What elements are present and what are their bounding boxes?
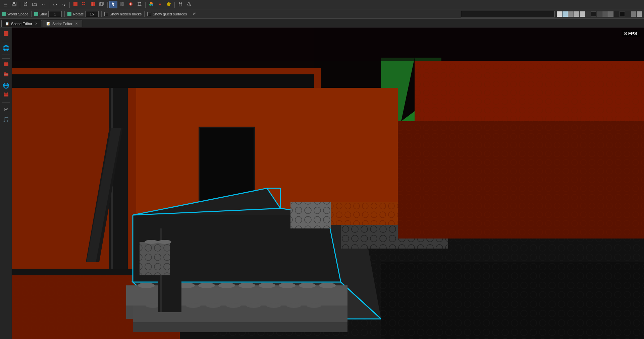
search-input[interactable] — [461, 11, 555, 17]
color-swatch-light-mid[interactable] — [637, 11, 642, 17]
sidebar-sep-2 — [2, 55, 10, 55]
svg-point-91 — [218, 283, 235, 288]
select-red-button[interactable] — [71, 1, 79, 8]
color-swatch-very-dark[interactable] — [591, 11, 596, 17]
color-swatch-light-silver[interactable] — [580, 11, 585, 17]
color-swatch-slate[interactable] — [602, 11, 608, 17]
svg-rect-98 — [133, 322, 347, 332]
color-swatch-dark-gray[interactable] — [585, 11, 591, 17]
color-swatch-silver[interactable] — [574, 11, 579, 17]
show-hidden-checkbox[interactable] — [104, 12, 108, 16]
fps-value: 8 FPS — [624, 31, 637, 36]
script-editor-tab-close[interactable]: ✕ — [74, 22, 78, 26]
paint-rotate-icon — [128, 2, 133, 7]
svg-rect-7 — [82, 2, 84, 3]
svg-point-92 — [238, 283, 255, 288]
svg-point-105 — [266, 303, 281, 308]
color-swatch-medium-gray[interactable] — [568, 11, 574, 17]
svg-rect-126 — [12, 27, 644, 61]
clone-button[interactable] — [98, 1, 106, 8]
color-swatch-off-black[interactable] — [625, 11, 631, 17]
import-button[interactable]: ↔ — [39, 1, 47, 8]
svg-rect-117 — [140, 242, 170, 275]
heart-button[interactable]: ♥ — [156, 1, 164, 8]
color-swatch-near-black[interactable] — [614, 11, 619, 17]
script-editor-tab-label: Script Editor — [52, 22, 72, 26]
fps-counter: 8 FPS — [622, 30, 640, 37]
sidebar-globe2-btn[interactable]: 🌐 — [1, 81, 11, 90]
lock-icon — [178, 2, 183, 7]
main-toolbar: ☰ ↔ ↩ ↪ — [0, 0, 644, 9]
gem-button[interactable] — [165, 1, 173, 8]
color-swatch-gray[interactable] — [631, 11, 636, 17]
separator-3 — [69, 2, 70, 8]
rotate-checkbox[interactable] — [67, 12, 71, 16]
stud-label: Stud — [40, 12, 47, 16]
color-swatch-mid-gray[interactable] — [608, 11, 613, 17]
svg-point-34 — [189, 2, 190, 3]
separator-4 — [107, 2, 108, 8]
svg-point-101 — [186, 303, 201, 308]
pivot-icon — [91, 2, 95, 7]
color-swatch-black[interactable] — [620, 11, 625, 17]
sidebar-sep-4 — [2, 102, 10, 103]
svg-point-104 — [246, 303, 261, 308]
show-hidden-item: Show hidden bricks — [104, 12, 142, 16]
sidebar-music-btn[interactable]: 🎵 — [1, 115, 11, 124]
script-editor-tab-icon: 📝 — [46, 22, 50, 25]
svg-point-106 — [286, 303, 301, 308]
save-button[interactable] — [10, 1, 18, 8]
new-file-button[interactable] — [22, 1, 30, 8]
world-space-checkbox[interactable] — [2, 12, 6, 16]
scale-button[interactable] — [136, 1, 144, 8]
cursor-button[interactable] — [109, 1, 117, 8]
sidebar-scissors-btn[interactable]: ✂ — [1, 105, 11, 114]
paint-tool-button[interactable] — [147, 1, 155, 8]
svg-point-23 — [130, 3, 131, 5]
sidebar-select-btn[interactable] — [1, 29, 11, 39]
tab-scene-editor[interactable]: 📋 Scene Editor ✕ — [1, 20, 42, 27]
color-swatch-charcoal[interactable] — [597, 11, 602, 17]
svg-rect-121 — [290, 202, 331, 228]
rotate-input[interactable] — [85, 11, 99, 17]
sep-t2-3 — [101, 11, 102, 17]
show-glued-label: Show glued surfaces — [153, 12, 187, 16]
tab-script-editor[interactable]: 📝 Script Editor ✕ — [43, 20, 82, 27]
sidebar-brick3-btn[interactable] — [1, 91, 11, 100]
sidebar-sep-3 — [2, 58, 10, 59]
sep-t2-4 — [144, 11, 145, 17]
anchor-button[interactable] — [185, 1, 193, 8]
svg-point-119 — [158, 240, 171, 244]
open-file-button[interactable] — [31, 1, 39, 8]
viewport[interactable]: 8 FPS — [12, 27, 644, 339]
sidebar-globe2-icon: 🌐 — [3, 82, 9, 89]
sep-t2-1 — [31, 11, 32, 17]
scene-editor-tab-icon: 📋 — [5, 22, 9, 25]
pivot-button[interactable] — [89, 1, 97, 8]
refresh-button[interactable]: ↺ — [190, 10, 198, 18]
move-button[interactable] — [118, 1, 126, 8]
paint-rotate-button[interactable] — [127, 1, 135, 8]
show-hidden-label: Show hidden bricks — [110, 12, 142, 16]
stud-checkbox[interactable] — [34, 12, 38, 16]
gem-icon — [166, 2, 171, 7]
color-swatch-light-gray[interactable] — [557, 11, 562, 17]
scene-editor-tab-close[interactable]: ✕ — [34, 22, 38, 26]
svg-rect-1 — [13, 2, 15, 4]
lock-button[interactable] — [176, 1, 184, 8]
grid-button[interactable] — [80, 1, 88, 8]
menu-button[interactable]: ☰ — [1, 1, 9, 8]
svg-rect-9 — [82, 4, 84, 5]
sidebar-brick2-btn[interactable] — [1, 71, 11, 80]
svg-line-25 — [138, 2, 138, 3]
color-swatch-light-blue[interactable] — [562, 11, 568, 17]
show-glued-checkbox[interactable] — [147, 12, 151, 16]
svg-rect-125 — [398, 121, 644, 239]
svg-line-28 — [141, 5, 142, 6]
redo-button[interactable]: ↪ — [60, 1, 68, 8]
undo-button[interactable]: ↩ — [51, 1, 59, 8]
sidebar-globe-btn[interactable]: 🌐 — [1, 43, 11, 53]
sidebar-brick1-btn[interactable] — [1, 61, 11, 70]
tab-bar: 📋 Scene Editor ✕ 📝 Script Editor ✕ — [0, 19, 644, 27]
stud-input[interactable] — [48, 11, 62, 17]
